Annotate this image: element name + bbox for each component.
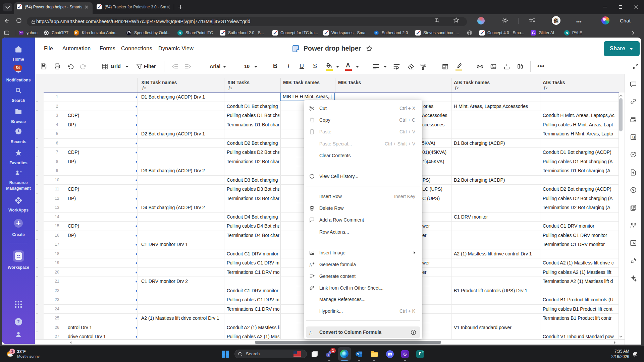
svg-text:S: S (375, 32, 377, 35)
svg-text:z: z (636, 352, 637, 354)
svg-text:O: O (357, 352, 359, 356)
svg-text:x: x (311, 264, 312, 267)
svg-text:x: x (311, 332, 313, 335)
svg-text:f: f (310, 330, 311, 335)
svg-text:T: T (327, 354, 329, 357)
